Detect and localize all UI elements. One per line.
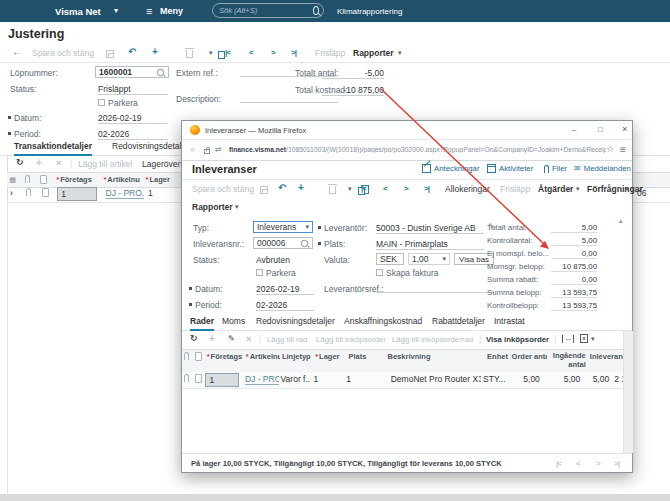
description-field[interactable] xyxy=(240,102,338,103)
popup-parkera-checkbox[interactable] xyxy=(256,269,263,276)
popup-grid-refresh-icon[interactable]: ↻ xyxy=(190,333,198,343)
cell-artikelnu-link[interactable]: DJ - PRO... xyxy=(106,188,144,199)
browser-menu-icon[interactable]: ≡ xyxy=(620,144,626,155)
collapse-panel-icon[interactable]: ▴ xyxy=(619,217,623,225)
save-close-button[interactable]: Spara och stäng xyxy=(32,48,94,58)
anteckningar-link[interactable]: Anteckningar xyxy=(422,164,480,173)
col-order-antal[interactable]: Order antal xyxy=(510,350,547,373)
page-prev-icon[interactable]: < xyxy=(576,459,580,468)
popup-copy-caret-icon[interactable]: ▾ xyxy=(348,185,352,193)
col-artikelnu[interactable]: *Artikelnu xyxy=(244,350,280,373)
actions-caret-icon[interactable]: ▾ xyxy=(576,185,580,193)
add-po-line-button[interactable]: Lägg till inköpsorderrad xyxy=(392,335,473,344)
tab-intrastat[interactable]: Intrastat xyxy=(494,316,525,329)
chevron-down-icon[interactable]: ▾ xyxy=(114,6,118,15)
sync-icon[interactable]: ⇄ xyxy=(215,145,222,154)
add-po-button[interactable]: Lägg till inköpsorder xyxy=(316,335,386,344)
go-last-icon[interactable]: >| xyxy=(291,48,296,57)
tab-redovisningsdetaljer[interactable]: Redovisningsdetaljer xyxy=(256,316,335,329)
col-foretags[interactable]: *Företags xyxy=(205,350,244,373)
actions-button[interactable]: Åtgärder xyxy=(538,184,573,194)
aktiviteter-link[interactable]: Aktiviteter xyxy=(487,164,533,173)
allocations-button[interactable]: Allokeringar xyxy=(445,184,490,194)
browser-urlbar[interactable]: ○ ⇄ finance.visma.net/1085011003/(W(1001… xyxy=(182,139,632,161)
cell-foretags[interactable]: 1 xyxy=(57,187,97,201)
window-maximize-button[interactable]: □ xyxy=(598,125,603,134)
filer-link[interactable]: Filer xyxy=(544,164,567,173)
add-icon[interactable]: + xyxy=(152,46,158,57)
inleveransnr-field[interactable]: 000006 xyxy=(253,237,313,249)
tab-redovisningsdetaljer[interactable]: Redovisningsdetaljer xyxy=(112,141,191,154)
popup-fit-width-icon[interactable]: ↔ xyxy=(562,335,574,343)
copy-paste-icon[interactable] xyxy=(218,51,225,59)
popup-add-icon[interactable]: + xyxy=(298,182,304,193)
window-close-button[interactable]: × xyxy=(622,124,627,134)
grid-add-icon[interactable]: + xyxy=(36,157,42,168)
popup-datum-value[interactable]: 2026-02-19 xyxy=(256,284,314,295)
undo-icon[interactable]: ↶ xyxy=(128,46,136,57)
col-foretags[interactable]: *Företags xyxy=(54,173,99,186)
popup-save-icon[interactable] xyxy=(260,186,268,194)
go-first-icon[interactable]: |< xyxy=(225,48,230,57)
datum-value[interactable]: 2026-02-19 xyxy=(98,113,168,124)
popup-reports-caret-icon[interactable]: ▾ xyxy=(235,203,239,211)
menu-icon[interactable]: ≡ xyxy=(146,5,152,17)
tab-moms[interactable]: Moms xyxy=(222,316,245,329)
page-last-icon[interactable]: >| xyxy=(614,459,619,468)
popup-go-next-icon[interactable]: > xyxy=(404,184,408,193)
valuta-rate-field[interactable]: 1,00 ▾ xyxy=(408,253,450,265)
go-next-icon[interactable]: > xyxy=(271,48,275,57)
global-search[interactable] xyxy=(212,3,324,18)
col-plats[interactable]: Plats xyxy=(346,350,385,373)
col-inleverans[interactable]: Inleverans xyxy=(588,350,623,373)
excel-export-icon[interactable]: x xyxy=(580,334,588,343)
cell-artikelnu-link[interactable]: DJ - PRO... xyxy=(245,374,279,385)
col-enhet[interactable]: Enhet xyxy=(485,350,509,373)
url-text[interactable]: finance.visma.net/1085011003/(W(10018))/… xyxy=(229,146,606,153)
bookmark-star-icon[interactable]: ☆ xyxy=(606,144,614,154)
window-titlebar[interactable]: Inleveranser — Mozilla Firefox – □ × xyxy=(182,121,632,140)
popup-period-value[interactable]: 02-2026 xyxy=(256,300,314,311)
popup-go-prev-icon[interactable]: < xyxy=(383,184,387,193)
tab-transaktiondetaljer[interactable]: Transaktiondetaljer xyxy=(14,141,92,156)
back-icon[interactable]: ← xyxy=(12,46,22,57)
meddelanden-link[interactable]: ✉Meddelanden xyxy=(574,164,631,173)
lopnummer-field[interactable]: 1600001 xyxy=(95,66,169,78)
search-input[interactable] xyxy=(217,5,313,16)
file-icon[interactable] xyxy=(42,188,49,197)
parkera-checkbox[interactable] xyxy=(98,99,105,106)
note-icon[interactable] xyxy=(26,188,31,196)
inquiries-button[interactable]: Förfrågningar xyxy=(587,184,643,194)
grid-settings-icon[interactable]: ▦ xyxy=(7,173,21,186)
inquiries-caret-icon[interactable]: ▾ xyxy=(625,185,629,193)
popup-grid-delete-icon[interactable]: × xyxy=(246,334,251,344)
view-po-button[interactable]: Visa inköpsorder xyxy=(486,335,549,344)
col-ingaende-antal[interactable]: Ingående antal xyxy=(547,350,588,373)
col-lager[interactable]: *Lager xyxy=(313,350,346,373)
brand-logo[interactable]: Visma Net xyxy=(55,6,101,17)
delete-icon[interactable] xyxy=(186,50,193,58)
popup-delete-icon[interactable] xyxy=(329,186,336,194)
popup-save-close-button[interactable]: Spara och stäng xyxy=(192,184,254,194)
popup-release-button[interactable]: Frisläpp xyxy=(500,184,530,194)
page-first-icon[interactable]: |< xyxy=(556,459,561,468)
popup-grid-edit-icon[interactable]: ✎ xyxy=(228,334,235,343)
col-beskrivning[interactable]: Beskrivning xyxy=(386,350,486,373)
release-button[interactable]: Frisläpp xyxy=(315,48,345,58)
grid-scrollbar[interactable] xyxy=(623,331,633,453)
lookup-icon[interactable] xyxy=(157,68,164,75)
topbar-link-klimatrapportering[interactable]: Klimatrapportering xyxy=(337,7,402,16)
reader-icon[interactable]: ○ xyxy=(190,145,195,154)
file-icon[interactable] xyxy=(195,374,202,383)
valuta-code-field[interactable]: SEK xyxy=(376,253,404,265)
popup-reports-button[interactable]: Rapporter xyxy=(192,202,233,212)
menu-button[interactable]: Meny xyxy=(160,6,183,16)
popup-go-last-icon[interactable]: >| xyxy=(424,184,429,193)
popup-grid-row[interactable]: 1 DJ - PRO... Varor f... 1 1 DemoNet Pro… xyxy=(182,372,623,389)
save-icon[interactable] xyxy=(106,50,114,58)
popup-undo-icon[interactable]: ↶ xyxy=(278,182,286,193)
page-next-icon[interactable]: > xyxy=(596,459,600,468)
plats-value[interactable]: MAIN - Primärplats xyxy=(376,239,484,250)
note-icon[interactable] xyxy=(184,374,189,382)
popup-go-first-icon[interactable]: |< xyxy=(361,184,366,193)
